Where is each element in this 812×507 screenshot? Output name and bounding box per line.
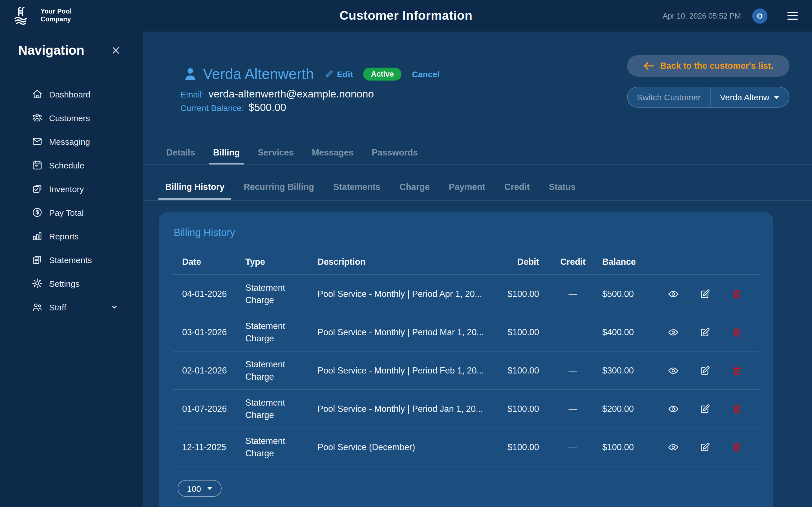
person-icon bbox=[183, 66, 197, 81]
subtab[interactable]: Payment bbox=[442, 182, 492, 200]
home-icon bbox=[32, 89, 43, 100]
user-avatar[interactable]: O bbox=[752, 8, 767, 23]
dollar-circle-icon bbox=[32, 207, 43, 218]
cell-balance: $200.00 bbox=[596, 404, 658, 414]
logo-text-line2: Company bbox=[41, 16, 72, 23]
edit-row-button[interactable] bbox=[699, 327, 711, 338]
cell-debit: $100.00 bbox=[494, 404, 550, 414]
sidebar-divider bbox=[17, 65, 126, 65]
tab[interactable]: Details bbox=[162, 148, 200, 165]
cell-balance: $300.00 bbox=[596, 365, 658, 376]
edit-row-button[interactable] bbox=[699, 365, 711, 376]
sidebar-item-label: Customers bbox=[49, 113, 90, 122]
sidebar-item[interactable]: Schedule bbox=[0, 153, 143, 177]
edit-row-button[interactable] bbox=[699, 403, 711, 414]
sidebar-item[interactable]: Customers bbox=[0, 106, 143, 129]
view-row-button[interactable] bbox=[668, 365, 679, 376]
sidebar-item[interactable]: Inventory bbox=[0, 177, 143, 201]
menu-icon[interactable] bbox=[785, 10, 800, 22]
sidebar-item-label: Statements bbox=[49, 255, 92, 265]
delete-row-button[interactable] bbox=[731, 403, 742, 414]
cell-date: 02-01-2026 bbox=[172, 365, 236, 376]
billing-table: Date Type Description Debit Credit Balan… bbox=[172, 249, 760, 466]
delete-row-button[interactable] bbox=[731, 441, 742, 453]
back-to-customers-button[interactable]: Back to the customer's list. bbox=[627, 55, 790, 76]
subtab[interactable]: Statements bbox=[326, 182, 387, 200]
cancel-customer-link[interactable]: Cancel bbox=[412, 69, 440, 78]
sidebar-item[interactable]: Dashboard bbox=[0, 82, 143, 106]
view-row-button[interactable] bbox=[668, 441, 679, 453]
tab[interactable]: Messages bbox=[307, 148, 358, 165]
logo-text-line1: Your Pool bbox=[41, 8, 72, 16]
view-row-button[interactable] bbox=[668, 403, 679, 414]
sidebar-item[interactable]: Reports bbox=[0, 224, 143, 248]
edit-customer-link[interactable]: Edit bbox=[324, 69, 353, 78]
status-badge: Active bbox=[363, 67, 402, 80]
switch-customer-dropdown[interactable]: Switch Customer Verda Altenw bbox=[627, 87, 790, 108]
billing-history-card: Billing History Date Type Description De… bbox=[159, 212, 773, 507]
sidebar-item[interactable]: Pay Total bbox=[0, 201, 143, 224]
subtab[interactable]: Billing History bbox=[158, 182, 231, 200]
cell-description: Pool Service - Monthly | Period Jan 1, 2… bbox=[308, 404, 494, 414]
subtab[interactable]: Status bbox=[542, 182, 582, 200]
subtab[interactable]: Recurring Billing bbox=[237, 182, 321, 200]
sidebar-item-label: Reports bbox=[49, 231, 79, 241]
calendar-icon bbox=[32, 159, 43, 171]
edit-row-button[interactable] bbox=[699, 441, 711, 453]
trash-icon bbox=[731, 327, 742, 338]
navigation-sidebar: Navigation Dashboard Customers bbox=[0, 32, 144, 507]
subtab[interactable]: Charge bbox=[393, 182, 437, 200]
cell-type: Statement Charge bbox=[236, 396, 308, 421]
email-value: verda-altenwerth@example.nonono bbox=[208, 88, 374, 100]
tab[interactable]: Passwords bbox=[367, 148, 422, 165]
view-row-button[interactable] bbox=[668, 288, 679, 299]
delete-row-button[interactable] bbox=[731, 288, 742, 299]
cell-description: Pool Service (December) bbox=[308, 442, 494, 452]
card-title: Billing History bbox=[174, 226, 760, 239]
chevron-down-icon bbox=[110, 303, 118, 311]
clipboard-check-icon bbox=[32, 183, 43, 194]
sidebar-item[interactable]: Settings bbox=[0, 272, 143, 295]
tab[interactable]: Services bbox=[253, 148, 298, 165]
cell-description: Pool Service - Monthly | Period Mar 1, 2… bbox=[308, 327, 494, 337]
edit-square-icon bbox=[699, 327, 711, 338]
view-row-button[interactable] bbox=[668, 327, 679, 338]
switch-customer-value: Verda Altenw bbox=[720, 93, 769, 102]
cell-credit: — bbox=[550, 442, 596, 452]
table-header-row: Date Type Description Debit Credit Balan… bbox=[172, 249, 760, 275]
sidebar-item[interactable]: Statements bbox=[0, 248, 143, 272]
edit-pencil-icon bbox=[324, 69, 334, 78]
cell-date: 12-11-2025 bbox=[172, 442, 236, 452]
sidebar-menu: Dashboard Customers Messaging bbox=[0, 82, 143, 319]
cell-debit: $100.00 bbox=[494, 442, 550, 452]
customer-name[interactable]: Verda Altenwerth bbox=[203, 65, 314, 82]
tab[interactable]: Billing bbox=[209, 148, 245, 165]
edit-row-button[interactable] bbox=[699, 288, 711, 299]
delete-row-button[interactable] bbox=[731, 365, 742, 376]
edit-square-icon bbox=[699, 288, 711, 299]
cell-balance: $500.00 bbox=[596, 289, 658, 299]
gear-icon bbox=[32, 278, 43, 289]
sidebar-item-label: Dashboard bbox=[49, 89, 91, 99]
delete-row-button[interactable] bbox=[731, 327, 742, 338]
customer-tabs: Details Billing Services Messages Passwo… bbox=[144, 144, 812, 165]
close-icon[interactable] bbox=[111, 46, 121, 55]
page-size-dropdown[interactable]: 100 bbox=[177, 480, 221, 497]
top-bar: Your Pool Company Customer Information A… bbox=[0, 0, 812, 32]
sidebar-title: Navigation bbox=[18, 43, 84, 58]
cell-type: Statement Charge bbox=[236, 281, 308, 306]
sidebar-item-label: Schedule bbox=[49, 160, 84, 170]
sidebar-item[interactable]: Messaging bbox=[0, 129, 143, 153]
cell-type: Statement Charge bbox=[236, 358, 308, 383]
sidebar-item[interactable]: Staff bbox=[0, 295, 143, 319]
current-datetime: Apr 10, 2026 05:52 PM bbox=[663, 11, 741, 20]
billing-subtabs: Billing History Recurring Billing Statem… bbox=[144, 165, 812, 201]
cell-type: Statement Charge bbox=[236, 435, 308, 459]
customers-icon bbox=[32, 112, 43, 123]
subtab[interactable]: Credit bbox=[498, 182, 537, 200]
cell-description: Pool Service - Monthly | Period Apr 1, 2… bbox=[308, 289, 494, 299]
col-type: Type bbox=[236, 256, 308, 268]
cell-credit: — bbox=[550, 327, 596, 337]
sidebar-item-label: Staff bbox=[49, 302, 66, 312]
cell-balance: $100.00 bbox=[596, 442, 658, 452]
